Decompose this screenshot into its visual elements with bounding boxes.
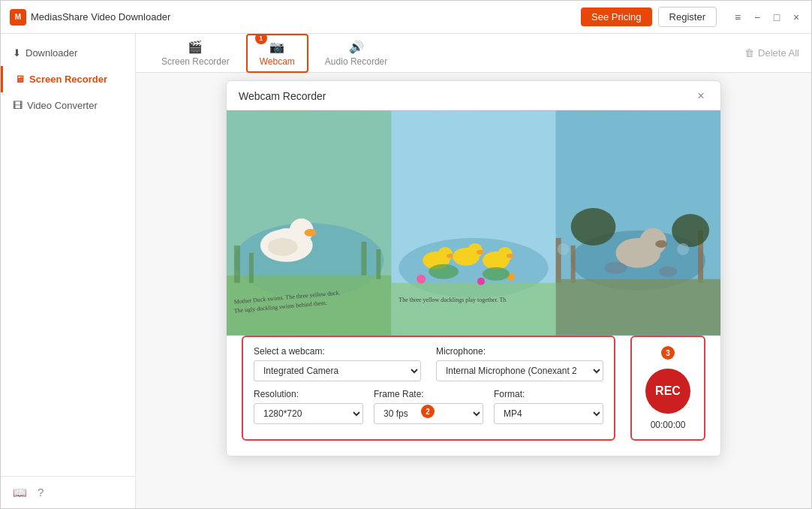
resolution-select[interactable]: 1280*720 1920*1080 640*480 (254, 403, 363, 424)
tab-screen-recorder[interactable]: 🎬 Screen Recorder (148, 34, 243, 73)
svg-point-42 (672, 214, 709, 247)
close-button[interactable]: × (790, 11, 802, 23)
delete-all-button: 🗑 Delete All (744, 47, 799, 59)
svg-rect-27 (391, 283, 555, 336)
rec-button[interactable]: REC (645, 369, 690, 414)
svg-rect-39 (571, 245, 576, 283)
svg-point-23 (477, 250, 484, 254)
resolution-control-group: Resolution: 1280*720 1920*1080 640*480 (254, 389, 363, 424)
minimize-button[interactable]: − (751, 11, 763, 23)
svg-point-28 (417, 275, 426, 284)
rec-timer: 00:00:00 (651, 420, 686, 430)
controls-row-1: Select a webcam: Integrated Camera Micro… (254, 346, 603, 381)
format-control-group: Format: MP4 AVI MOV (494, 389, 603, 424)
step3-badge: 3 (661, 346, 675, 360)
video-converter-icon: 🎞 (13, 100, 23, 111)
tab-screen-recorder-label: Screen Recorder (161, 56, 230, 67)
sidebar-item-label: Screen Recorder (29, 74, 107, 85)
sidebar: ⬇ Downloader 🖥 Screen Recorder 🎞 Video C… (1, 34, 136, 508)
content-area: 🎬 Screen Recorder 1 📷 Webcam 🔊 Audio Rec… (136, 34, 811, 508)
delete-all-label: Delete All (758, 47, 799, 59)
sidebar-item-label: Video Converter (27, 100, 98, 111)
svg-rect-12 (249, 253, 254, 283)
bottom-controls-wrapper: 2 Select a webcam: Integrated Camera (227, 336, 720, 456)
svg-point-46 (558, 243, 570, 255)
title-bar: M MediasShare Video Downloader See Prici… (1, 1, 811, 34)
tab-webcam-label: Webcam (260, 56, 295, 67)
book-icon[interactable]: 📖 (13, 486, 27, 499)
svg-rect-13 (361, 242, 366, 276)
tab-webcam[interactable]: 1 📷 Webcam (246, 34, 308, 73)
webcam-select[interactable]: Integrated Camera (254, 360, 421, 381)
menu-button[interactable]: ≡ (732, 11, 744, 23)
sidebar-item-screen-recorder[interactable]: 🖥 Screen Recorder (1, 66, 135, 92)
webcam-preview: Mother Duck swims. The three yellow duck… (227, 110, 720, 336)
dialog-close-button[interactable]: × (693, 89, 708, 104)
microphone-control-group: Microphone: Internal Microphone (Conexan… (436, 346, 603, 381)
svg-point-44 (659, 267, 677, 277)
webcam-dialog: Webcam Recorder × (226, 80, 721, 456)
svg-point-41 (571, 208, 616, 245)
svg-rect-11 (234, 245, 240, 283)
tab-bar: 🎬 Screen Recorder 1 📷 Webcam 🔊 Audio Rec… (136, 34, 811, 73)
sidebar-footer: 📖 ? (1, 476, 135, 508)
svg-point-31 (429, 264, 459, 279)
dialog-area: Webcam Recorder × (136, 73, 811, 508)
svg-point-37 (655, 240, 667, 248)
app-window: M MediasShare Video Downloader See Prici… (0, 0, 812, 509)
trash-icon: 🗑 (744, 47, 754, 59)
webcam-preview-bg: Mother Duck swims. The three yellow duck… (227, 110, 720, 336)
help-icon[interactable]: ? (38, 486, 44, 499)
logo-icon: M (10, 9, 26, 26)
svg-point-43 (604, 262, 627, 274)
svg-point-30 (477, 278, 485, 285)
see-pricing-button[interactable]: See Pricing (581, 8, 651, 26)
screen-recorder-tab-icon: 🎬 (188, 40, 203, 54)
tab-step-badge: 1 (255, 34, 267, 44)
controls-box: 2 Select a webcam: Integrated Camera (242, 336, 615, 441)
screen-recorder-icon: 🖥 (15, 74, 25, 85)
step2-badge: 2 (421, 405, 435, 418)
svg-point-26 (507, 254, 514, 258)
svg-point-47 (677, 243, 689, 255)
svg-point-8 (305, 229, 317, 236)
register-button[interactable]: Register (658, 7, 717, 27)
title-bar-actions: See Pricing Register ≡ − □ × (581, 7, 802, 27)
svg-point-32 (483, 267, 510, 281)
microphone-label: Microphone: (436, 346, 603, 357)
downloader-icon: ⬇ (13, 47, 21, 59)
frame-rate-label: Frame Rate: (374, 389, 483, 399)
svg-text:The three yellow ducklings pla: The three yellow ducklings play together… (398, 297, 506, 303)
webcam-control-group: Select a webcam: Integrated Camera (254, 346, 421, 381)
webcam-tab-icon: 📷 (269, 40, 284, 54)
rec-area: 3 REC 00:00:00 (630, 336, 705, 441)
tab-audio-recorder-label: Audio Recorder (325, 56, 387, 67)
sidebar-item-label: Downloader (26, 47, 77, 59)
dialog-header: Webcam Recorder × (227, 81, 720, 110)
webcam-label: Select a webcam: (254, 346, 421, 357)
audio-recorder-tab-icon: 🔊 (349, 40, 364, 54)
svg-rect-45 (556, 279, 720, 336)
sidebar-item-downloader[interactable]: ⬇ Downloader (1, 40, 135, 66)
app-title: MediasShare Video Downloader (31, 11, 170, 23)
dialog-title: Webcam Recorder (239, 90, 326, 102)
svg-point-9 (268, 238, 298, 256)
sidebar-item-video-converter[interactable]: 🎞 Video Converter (1, 92, 135, 119)
tab-bar-right: 🗑 Delete All (744, 47, 799, 59)
maximize-button[interactable]: □ (771, 11, 783, 23)
format-select[interactable]: MP4 AVI MOV (494, 403, 603, 424)
window-controls: ≡ − □ × (732, 11, 802, 23)
main-layout: ⬇ Downloader 🖥 Screen Recorder 🎞 Video C… (1, 34, 811, 508)
app-logo: M MediasShare Video Downloader (10, 9, 581, 26)
tab-audio-recorder[interactable]: 🔊 Audio Recorder (311, 34, 401, 73)
format-label: Format: (494, 389, 603, 399)
webcam-scene-svg: Mother Duck swims. The three yellow duck… (227, 110, 720, 336)
svg-rect-14 (376, 249, 380, 279)
microphone-select[interactable]: Internal Microphone (Conexant 2 (436, 360, 603, 381)
resolution-label: Resolution: (254, 389, 363, 399)
